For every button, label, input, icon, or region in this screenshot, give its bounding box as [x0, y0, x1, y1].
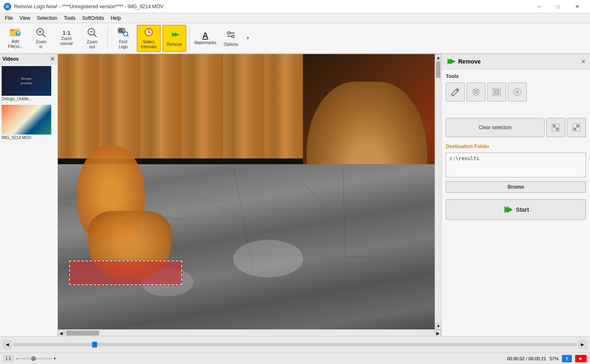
close-button[interactable]: ✕: [568, 0, 587, 13]
pencil-tool-button[interactable]: [446, 83, 465, 102]
menu-view[interactable]: View: [16, 14, 33, 22]
timeline-right-button[interactable]: ▶: [578, 340, 587, 349]
zoom-slider-area: − +: [16, 356, 56, 362]
svg-rect-52: [577, 125, 579, 127]
fit-selection-button[interactable]: [546, 118, 565, 137]
select-intervals-button[interactable]: SelectIntervals: [137, 25, 161, 52]
menu-softorbits[interactable]: SoftOrbits: [79, 14, 107, 22]
toolbox-content: Tools: [442, 69, 590, 336]
videos-close-button[interactable]: ✕: [50, 56, 55, 62]
lasso-tool-button[interactable]: [508, 83, 527, 102]
selection-box[interactable]: [69, 260, 182, 285]
svg-point-36: [233, 240, 303, 277]
rect-select-icon: [492, 87, 502, 97]
remove-button[interactable]: Remove: [162, 25, 186, 52]
scroll-left-button[interactable]: ◀: [58, 330, 64, 336]
timeline-position[interactable]: [92, 342, 97, 347]
zoom-in-button[interactable]: Zoomin: [29, 25, 53, 52]
start-button[interactable]: Start: [446, 199, 586, 220]
menu-tools[interactable]: Tools: [61, 14, 79, 22]
select-intervals-icon: [143, 27, 155, 39]
minimize-button[interactable]: ─: [530, 0, 549, 13]
toolbox-arrow-icon: [446, 57, 456, 66]
svg-point-17: [124, 32, 128, 36]
options-button[interactable]: Options: [219, 25, 243, 52]
toolbar-scroll-button[interactable]: ▼: [245, 36, 251, 40]
maximize-button[interactable]: □: [549, 0, 568, 13]
scroll-right-button[interactable]: ▶: [435, 330, 441, 336]
zoom-minus-button[interactable]: −: [16, 356, 19, 362]
zoom-normal-button[interactable]: 1:1 Zoomnormal: [55, 25, 79, 52]
svg-point-42: [474, 90, 478, 94]
menu-bar: File View Selection Tools SoftOrbits Hel…: [0, 13, 590, 23]
svg-line-34: [343, 164, 347, 306]
timeline-left-button[interactable]: ◀: [3, 340, 12, 349]
watermarks-button[interactable]: A Watermarks: [193, 25, 217, 52]
timeline-area: ◀ ▶: [0, 336, 590, 352]
youtube-button[interactable]: ▶: [575, 355, 587, 362]
pencil-icon: [450, 87, 460, 97]
zoom-normal-label: Zoomnormal: [60, 36, 73, 46]
start-arrow-icon: [503, 206, 513, 214]
svg-line-33: [299, 178, 364, 249]
status-bar: 1:1 − + 00:00:02 / 00:00:21 57% f ▶: [0, 352, 590, 364]
magic-wand-icon: [471, 87, 481, 97]
facebook-icon: f: [566, 356, 568, 361]
add-files-button[interactable]: AddFile(s)...: [3, 25, 27, 52]
svg-line-10: [43, 34, 45, 37]
scroll-thumb-v[interactable]: [436, 61, 440, 78]
facebook-button[interactable]: f: [562, 355, 572, 362]
svg-rect-49: [556, 128, 558, 130]
svg-line-31: [189, 192, 277, 235]
videos-header: Videos ✕: [0, 54, 57, 64]
zoom-slider-thumb[interactable]: [31, 356, 36, 361]
destination-folder-input[interactable]: c:\results: [446, 153, 586, 177]
clear-selection-button[interactable]: Clear selection: [446, 118, 545, 137]
svg-rect-53: [574, 128, 576, 130]
scroll-thumb-h[interactable]: [66, 331, 99, 336]
menu-help[interactable]: Help: [107, 14, 124, 22]
video-inner: ▲ ▼: [58, 54, 441, 329]
zoom-in-icon: [36, 27, 46, 39]
expand-selection-button[interactable]: [567, 118, 586, 137]
browse-button[interactable]: Browse: [446, 181, 586, 193]
rect-select-tool-button[interactable]: [487, 83, 506, 102]
toolbox-close-button[interactable]: ✕: [581, 58, 586, 65]
video-item-2[interactable]: IMG_8214.MOV: [0, 103, 57, 142]
zoom-1-1-button[interactable]: 1:1: [3, 355, 13, 362]
menu-selection[interactable]: Selection: [33, 14, 60, 22]
window-title: Remove Logo Now! - ****Unregistered vers…: [14, 4, 530, 9]
zoom-out-button[interactable]: Zoomout: [80, 25, 104, 52]
svg-line-13: [94, 34, 97, 37]
window-controls: ─ □ ✕: [530, 0, 587, 13]
videos-panel: Videos ✕ Delogopreview Delogo_Untitle...…: [0, 54, 58, 336]
timecode-display: 00:00:02 / 00:00:21: [507, 356, 546, 361]
zoom-plus-button[interactable]: +: [53, 356, 56, 362]
svg-marker-55: [507, 206, 513, 213]
remove-icon: [169, 30, 180, 41]
magic-wand-tool-button[interactable]: [466, 83, 485, 102]
toolbox-title: Remove: [446, 57, 481, 66]
vertical-scrollbar[interactable]: ▲ ▼: [435, 54, 441, 329]
zoom-ratio-label: 1:1: [5, 356, 11, 361]
menu-file[interactable]: File: [2, 14, 16, 22]
tools-grid: [446, 83, 586, 102]
clear-selection-row: Clear selection: [446, 118, 586, 137]
destination-folder-label: Destination Folder: [446, 144, 586, 149]
scroll-up-button[interactable]: ▲: [435, 54, 441, 61]
video-item-1[interactable]: Delogopreview Delogo_Untitle...: [0, 64, 57, 103]
svg-point-45: [516, 91, 519, 93]
zoom-in-label: Zoomin: [36, 40, 46, 50]
video-canvas[interactable]: [58, 54, 435, 329]
scroll-track-h: [64, 330, 435, 336]
timeline-track[interactable]: [13, 343, 577, 346]
expand-selection-icon: [571, 123, 581, 132]
video-thumbnail-2: [2, 105, 51, 135]
select-intervals-label: SelectIntervals: [141, 40, 157, 50]
watermarks-icon: A: [202, 31, 208, 40]
thumb1-bg: Delogopreview: [2, 66, 51, 96]
zoom-slider-track[interactable]: [19, 358, 52, 359]
scroll-down-button[interactable]: ▼: [435, 323, 441, 329]
toolbar-separator-1: [107, 26, 108, 51]
find-logo-button[interactable]: FindLogo: [111, 25, 135, 52]
